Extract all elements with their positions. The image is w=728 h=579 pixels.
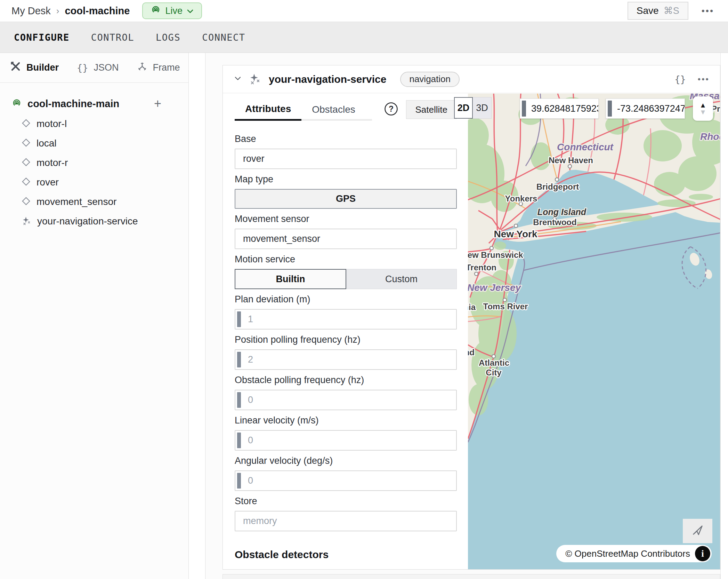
map-view-2d-button[interactable]: 2D — [454, 97, 473, 119]
component-diamond-icon — [22, 158, 31, 168]
app-header: My Desk › cool-machine Live Save ⌘S ••• — [0, 0, 728, 22]
map-view-3d-button[interactable]: 3D — [473, 97, 492, 119]
live-status-dropdown[interactable]: Live — [142, 2, 202, 19]
drag-handle[interactable] — [237, 433, 241, 448]
component-diamond-icon — [22, 119, 31, 129]
nav-tab-configure[interactable]: CONFIGURE — [14, 32, 70, 43]
add-component-button[interactable]: + — [154, 96, 161, 111]
map-label: Rhode Island — [700, 131, 720, 142]
segment-option-custom[interactable]: Custom — [346, 269, 457, 289]
base-input[interactable]: rover — [235, 149, 457, 169]
info-icon[interactable]: i — [695, 546, 710, 561]
segment-option-builtin[interactable]: Builtin — [235, 269, 346, 289]
map-label: Connecticut — [557, 142, 614, 152]
config-sidebar: Builder{}JSONFrame cool-machine-main + m… — [0, 53, 189, 579]
map-label: Atlantic — [479, 358, 509, 367]
broadcast-icon — [11, 98, 22, 110]
save-shortcut: ⌘S — [664, 5, 679, 16]
store-input[interactable]: memory — [235, 511, 457, 531]
dimension-toggle: 2D3D — [454, 97, 492, 119]
locate-button[interactable] — [683, 519, 712, 543]
tree-root-machine[interactable]: cool-machine-main + — [11, 93, 178, 114]
field-label: Map type — [235, 174, 457, 185]
card-header: your-navigation-service navigation {} ••… — [223, 65, 720, 93]
angular-velocity-deg-s--input[interactable]: 0 — [235, 470, 457, 491]
map-label: Bridgeport — [536, 182, 579, 191]
sidebar-item-rover[interactable]: rover — [11, 173, 178, 192]
braces-icon: {} — [77, 62, 88, 73]
map-label: Toms River — [483, 302, 528, 311]
input-value: rover — [243, 153, 265, 164]
drag-handle[interactable] — [237, 392, 241, 408]
longitude-input[interactable]: -73.2486397247 — [606, 98, 685, 119]
machine-tree: cool-machine-main + motor-llocalmotor-rr… — [0, 83, 188, 231]
field-plan-deviation-m-: Plan deviation (m)1 — [235, 294, 457, 330]
nav-tab-connect[interactable]: CONNECT — [202, 32, 245, 43]
scrollbar-gutter[interactable] — [720, 53, 728, 579]
latitude-input[interactable]: 39.62848175923 — [520, 98, 599, 119]
drag-handle[interactable] — [237, 352, 241, 367]
obstacle-polling-frequency-hz--input[interactable]: 0 — [235, 390, 457, 410]
live-label: Live — [165, 6, 183, 16]
json-braces-icon[interactable]: {} — [674, 74, 686, 85]
tree-item-label: motor-r — [37, 157, 68, 168]
navigation-map[interactable]: MassachusettsProvidenceRhode IslandConne… — [468, 94, 720, 569]
header-more-icon[interactable]: ••• — [702, 6, 714, 16]
map-label: Yonkers — [505, 194, 537, 203]
motion-service-segmented: BuiltinCustom — [235, 269, 457, 289]
collapse-chevron-icon[interactable] — [233, 75, 242, 84]
breadcrumb-parent[interactable]: My Desk — [11, 5, 51, 17]
map-label: New Brunswick — [468, 250, 523, 260]
view-tab-frame[interactable]: Frame — [137, 61, 180, 74]
tab-attributes[interactable]: Attributes — [235, 98, 301, 121]
movement-sensor-input[interactable]: movement_sensor — [235, 229, 457, 249]
navigation-service-card: your-navigation-service navigation {} ••… — [223, 65, 720, 570]
next-card-partial — [223, 574, 720, 579]
field-label: Plan deviation (m) — [235, 294, 457, 305]
map-city-dot — [475, 272, 478, 276]
sidebar-item-your-navigation-service[interactable]: your-navigation-service — [11, 212, 178, 231]
sidebar-resizer[interactable] — [189, 53, 205, 579]
map-label: New York — [494, 229, 537, 239]
attribution-text[interactable]: © OpenStreetMap Contributors — [565, 548, 690, 559]
attribute-tabs: AttributesObstacles — [235, 98, 372, 121]
drag-handle[interactable] — [608, 101, 612, 117]
plan-deviation-m--input[interactable]: 1 — [235, 309, 457, 330]
view-tab-json[interactable]: {}JSON — [77, 62, 119, 73]
sidebar-item-local[interactable]: local — [11, 134, 178, 153]
component-diamond-icon — [22, 138, 31, 149]
field-label: Position polling frequency (hz) — [235, 334, 457, 345]
obstacle-detectors-heading: Obstacle detectors — [235, 549, 457, 561]
drag-handle[interactable] — [522, 101, 526, 117]
help-icon[interactable]: ? — [384, 102, 398, 118]
linear-velocity-m-s--input[interactable]: 0 — [235, 430, 457, 451]
zoom-spinner[interactable]: ▲ ▼ — [693, 96, 713, 121]
card-more-icon[interactable]: ••• — [698, 74, 710, 84]
map-label: Vineland — [468, 348, 475, 357]
nav-tab-control[interactable]: CONTROL — [91, 32, 134, 43]
field-angular-velocity-deg-s-: Angular velocity (deg/s)0 — [235, 455, 457, 491]
map-type-button[interactable]: GPS — [235, 189, 457, 209]
sidebar-item-movement_sensor[interactable]: movement_sensor — [11, 192, 178, 212]
drag-handle[interactable] — [237, 473, 241, 489]
satellite-toggle-button[interactable]: Satellite — [406, 100, 457, 119]
view-tab-builder[interactable]: Builder — [10, 61, 59, 74]
field-motion-service: Motion serviceBuiltinCustom — [235, 254, 457, 289]
sidebar-item-motor-r[interactable]: motor-r — [11, 153, 178, 173]
nav-tab-logs[interactable]: LOGS — [156, 32, 180, 43]
longitude-value: -73.2486397247 — [617, 103, 685, 114]
sidebar-item-motor-l[interactable]: motor-l — [11, 114, 178, 134]
view-mode-tabs: Builder{}JSONFrame — [0, 53, 188, 83]
map-label: Brentwood — [533, 217, 576, 227]
field-label: Linear velocity (m/s) — [235, 415, 457, 426]
save-button[interactable]: Save ⌘S — [628, 2, 688, 20]
map-city-dot — [490, 246, 493, 250]
tab-obstacles[interactable]: Obstacles — [301, 98, 366, 121]
navigation-service-icon — [22, 216, 31, 227]
position-polling-frequency-hz--input[interactable]: 2 — [235, 349, 457, 370]
spinner-up-icon[interactable]: ▲ — [699, 102, 706, 109]
spinner-down-icon[interactable]: ▼ — [699, 109, 706, 116]
drag-handle[interactable] — [237, 311, 241, 327]
field-label: Obstacle polling frequency (hz) — [235, 374, 457, 386]
component-diamond-icon — [22, 177, 31, 188]
